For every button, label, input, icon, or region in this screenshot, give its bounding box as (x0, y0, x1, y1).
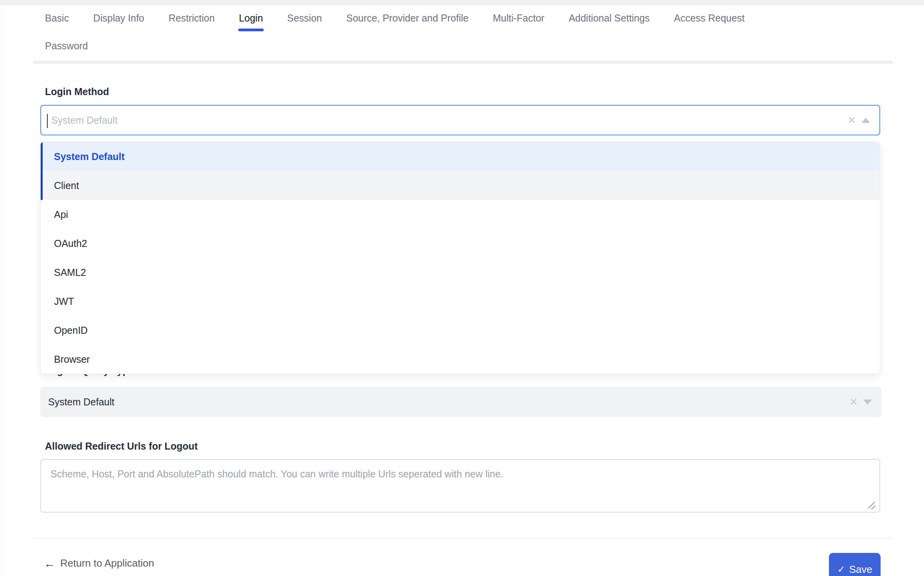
option-label: SAML2 (54, 267, 86, 278)
option-label: JWT (54, 296, 74, 307)
option-label: System Default (54, 151, 125, 162)
tab-password[interactable]: Password (45, 36, 88, 56)
login-method-icons: ✕ (847, 115, 879, 125)
caret-up-icon[interactable] (861, 118, 870, 123)
option-label: OpenID (54, 325, 88, 336)
tab-display-info-label: Display Info (93, 13, 144, 24)
option-openid[interactable]: OpenID (41, 316, 880, 345)
allowed-redirect-urls-label: Allowed Redirect Urls for Logout (45, 441, 198, 452)
tab-access-request[interactable]: Access Request (674, 5, 745, 31)
save-button-label: Save (849, 563, 872, 576)
option-saml2[interactable]: SAML2 (41, 258, 880, 287)
text-cursor (47, 114, 48, 128)
tab-additional-settings-label: Additional Settings (569, 13, 650, 24)
allowed-redirect-urls-textarea[interactable] (40, 459, 880, 513)
textarea-resize-handle[interactable] (867, 500, 877, 510)
save-button[interactable]: ✓ Save (829, 553, 881, 576)
logout-query-type-icons: ✕ (849, 397, 881, 407)
tab-display-info[interactable]: Display Info (93, 5, 144, 31)
clear-icon[interactable]: ✕ (847, 115, 856, 125)
tab-row-2: Password (45, 36, 893, 56)
caret-down-icon[interactable] (863, 400, 872, 405)
option-client[interactable]: Client (41, 171, 880, 200)
selected-option-bar (41, 142, 43, 171)
tab-basic[interactable]: Basic (45, 5, 69, 31)
tab-basic-label: Basic (45, 13, 69, 24)
login-method-select[interactable]: ✕ (40, 105, 880, 135)
check-icon: ✓ (837, 565, 845, 574)
tabs-content-divider (33, 61, 893, 64)
return-to-application-link[interactable]: ← Return to Application (44, 557, 154, 569)
login-method-dropdown: System Default Client Api OAuth2 SAML2 J… (40, 142, 880, 374)
tab-restriction[interactable]: Restriction (169, 5, 215, 31)
login-method-label: Login Method (45, 86, 109, 97)
tab-login[interactable]: Login (239, 5, 263, 31)
tab-session-label: Session (287, 13, 322, 24)
tab-login-label: Login (239, 13, 263, 24)
tab-source-provider-profile-label: Source, Provider and Profile (346, 13, 469, 24)
clear-icon[interactable]: ✕ (849, 397, 858, 407)
tab-additional-settings[interactable]: Additional Settings (569, 5, 650, 31)
tab-multi-factor-label: Multi-Factor (493, 13, 545, 24)
active-tab-underline (238, 29, 264, 31)
option-api[interactable]: Api (41, 200, 880, 229)
option-label: Client (54, 180, 79, 191)
tab-session[interactable]: Session (287, 5, 322, 31)
logout-query-type-value: System Default (48, 396, 115, 408)
tab-source-provider-profile[interactable]: Source, Provider and Profile (346, 5, 469, 31)
option-browser[interactable]: Browser (41, 345, 880, 374)
card-left-border (2, 5, 2, 576)
settings-tab-bar: Basic Display Info Restriction Login Ses… (45, 5, 893, 56)
tab-access-request-label: Access Request (674, 13, 745, 24)
option-oauth2[interactable]: OAuth2 (41, 229, 880, 258)
login-method-input[interactable] (41, 106, 847, 135)
tab-restriction-label: Restriction (169, 13, 215, 24)
back-arrow-icon: ← (44, 558, 56, 569)
option-system-default[interactable]: System Default (41, 142, 880, 171)
option-label: Browser (54, 354, 90, 365)
logout-query-type-select[interactable]: System Default ✕ (40, 387, 881, 417)
option-jwt[interactable]: JWT (41, 287, 880, 316)
return-to-application-label: Return to Application (60, 557, 154, 569)
hovered-option-bar (41, 171, 43, 200)
tab-password-label: Password (45, 40, 88, 52)
tab-multi-factor[interactable]: Multi-Factor (493, 5, 545, 31)
option-label: Api (54, 209, 68, 220)
tab-row-1: Basic Display Info Restriction Login Ses… (45, 5, 893, 31)
footer-divider (33, 538, 893, 538)
option-label: OAuth2 (54, 238, 87, 249)
